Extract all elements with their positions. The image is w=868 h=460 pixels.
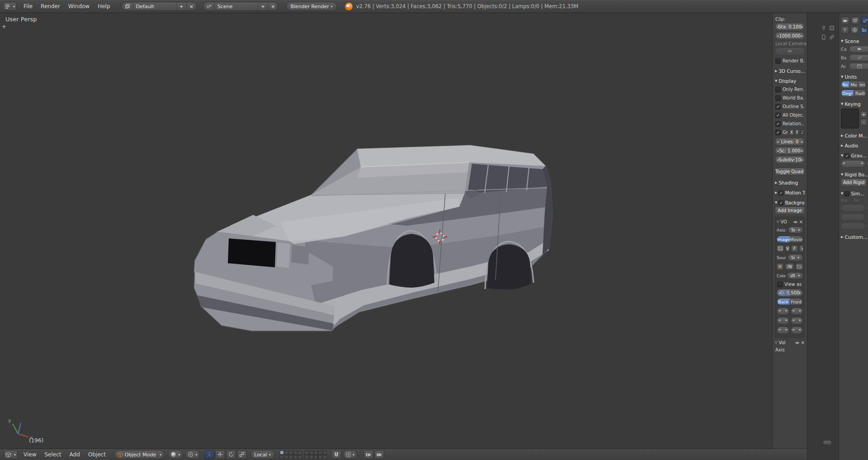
bg-image-2-remove-button[interactable]: ×: [801, 340, 805, 345]
unit-metric[interactable]: Me: [849, 81, 858, 88]
clip-end-field[interactable]: ◂1000.000▸: [775, 32, 805, 40]
unit-imperial[interactable]: Im: [858, 81, 866, 88]
transform-orientation-dropdown[interactable]: Local ▾: [250, 450, 274, 459]
layer-9[interactable]: [318, 451, 322, 455]
info-editor-type-button[interactable]: ▾: [3, 2, 17, 11]
simplify-particles-render[interactable]: [867, 213, 868, 221]
layer-10[interactable]: [323, 451, 327, 455]
rotation-degrees[interactable]: Degr: [841, 90, 854, 96]
properties-active-tab[interactable]: Sc: [860, 27, 868, 34]
active-clip-field[interactable]: [849, 63, 868, 70]
browse-scenes-icon[interactable]: [203, 2, 214, 10]
remove-keying-set-button[interactable]: -: [860, 119, 867, 126]
scene-name[interactable]: Scene: [214, 2, 258, 10]
screen-layout-name[interactable]: Default: [133, 2, 176, 10]
panel-background-images[interactable]: ▼✓Backgrou...: [775, 200, 805, 205]
bg-source-movie[interactable]: Movie: [790, 236, 803, 242]
mode-dropdown[interactable]: Object Mode ▾: [114, 450, 165, 459]
toggle-only-render[interactable]: Only Ren...: [775, 86, 804, 92]
opengl-render-anim-button[interactable]: [374, 450, 384, 459]
menu-window[interactable]: Window: [64, 0, 94, 12]
bg-depth-front[interactable]: Front: [790, 299, 803, 305]
layer-1[interactable]: [280, 451, 284, 455]
layer-18[interactable]: [314, 455, 318, 459]
grid-scale-field[interactable]: ◂Sc: 1.000▸: [775, 147, 805, 155]
panel-audio[interactable]: ▶Audio: [841, 143, 868, 148]
panel-display[interactable]: ▼Display: [775, 78, 805, 84]
bg-flip-x-field[interactable]: ◂▸: [777, 327, 789, 334]
panel-3d-cursor[interactable]: ▶3D Curso...: [775, 68, 805, 74]
add-keying-set-button[interactable]: +: [860, 111, 867, 118]
layer-6[interactable]: [305, 451, 309, 455]
pivot-point-dropdown[interactable]: ▾: [185, 450, 200, 459]
simplify-subdivision-render[interactable]: [867, 204, 868, 212]
strip-header-button[interactable]: [823, 440, 832, 445]
toggle-outline-selected[interactable]: ✓Outline S...: [775, 104, 804, 109]
menu-file[interactable]: File: [19, 0, 37, 12]
layer-7[interactable]: [309, 451, 313, 455]
clip-start-field[interactable]: ◂Sta: 0.100▸: [775, 23, 805, 31]
toggle-all-object-origins[interactable]: ✓All Objec...: [775, 112, 804, 118]
menu-object[interactable]: Object: [84, 449, 110, 460]
rotate-manipulator-button[interactable]: [226, 450, 236, 459]
strip-file-icon[interactable]: [820, 34, 827, 40]
viewport-shading-dropdown[interactable]: ▾: [168, 450, 183, 459]
grid-subdiv-field[interactable]: ◂Subdiv:10▸: [775, 156, 805, 164]
toggle-quad-view-button[interactable]: Toggle Quad ...: [775, 168, 805, 175]
bg-rotation-field[interactable]: ◂▸: [777, 317, 789, 324]
bg-image-remove-button[interactable]: ×: [799, 219, 803, 224]
pin-id-icon[interactable]: [841, 26, 849, 34]
render-layers-tab-icon[interactable]: [851, 17, 859, 24]
bg-flip-y-field[interactable]: ◂▸: [791, 327, 803, 334]
bg-source-image[interactable]: Image: [777, 236, 790, 242]
toggle-world-background[interactable]: World Ba...: [775, 95, 804, 101]
axis-y-toggle[interactable]: Y: [795, 129, 799, 135]
toolshelf-expand-button[interactable]: +: [1, 23, 7, 30]
image-name-field[interactable]: V: [785, 245, 790, 252]
add-image-button[interactable]: Add Image: [775, 207, 805, 214]
opengl-render-image-button[interactable]: [363, 450, 373, 459]
image-source-dropdown[interactable]: Si▾: [788, 254, 803, 261]
bg-image-header[interactable]: ▽ VO ×: [777, 219, 803, 224]
panel-gravity[interactable]: ▼✓Grav...: [841, 153, 868, 158]
image-preview-icon[interactable]: [777, 263, 783, 270]
bg-image-2-header[interactable]: ▽ Vol ×: [775, 340, 805, 345]
eye-icon[interactable]: [793, 220, 798, 224]
fake-user-button[interactable]: F: [791, 245, 798, 252]
scene-camera-field[interactable]: [849, 46, 868, 52]
layer-14[interactable]: [293, 455, 297, 459]
unit-none[interactable]: No: [841, 81, 849, 88]
layer-4[interactable]: [293, 451, 297, 455]
layer-11[interactable]: [280, 455, 284, 459]
panel-scene[interactable]: ▼Scene: [841, 38, 868, 44]
render-border-checkbox[interactable]: [775, 58, 781, 64]
translate-manipulator-button[interactable]: [215, 450, 225, 459]
open-folder-button[interactable]: [796, 263, 803, 270]
panel-simplify[interactable]: ▼Sim...: [841, 191, 868, 196]
menu-help[interactable]: Help: [94, 0, 114, 12]
browse-image-icon[interactable]: [777, 245, 784, 252]
toggle-relationship-lines[interactable]: ✓Relation...: [775, 121, 804, 127]
world-tab-icon[interactable]: [850, 26, 859, 34]
snap-toggle-button[interactable]: [331, 450, 341, 459]
grid-floor-checkbox[interactable]: ✓: [775, 130, 781, 135]
layer-5[interactable]: [298, 451, 302, 455]
manipulator-toggle-button[interactable]: [204, 450, 214, 459]
layer-13[interactable]: [289, 455, 293, 459]
view-as-render-toggle[interactable]: View as: [777, 281, 802, 287]
panel-shading[interactable]: ▶Shading: [775, 180, 805, 185]
background-set-field[interactable]: [849, 54, 868, 61]
layer-2[interactable]: [284, 451, 288, 455]
panel-motion-tracking[interactable]: ▶✓Motion Tr...: [775, 190, 805, 195]
view3d-editor-type-button[interactable]: ▾: [4, 450, 18, 459]
add-rigid-body-world-button[interactable]: Add Rigid: [841, 179, 867, 186]
delete-scene-button[interactable]: ×: [268, 2, 278, 10]
panel-color-management[interactable]: ▶Color M...: [841, 133, 868, 138]
layer-15[interactable]: [298, 455, 302, 459]
grid-lines-field[interactable]: ◂Lines: 0▸: [775, 138, 805, 146]
render-border-toggle[interactable]: Render B...: [775, 58, 804, 64]
menu-render[interactable]: Render: [37, 0, 64, 12]
delete-screen-button[interactable]: ×: [186, 2, 196, 10]
layer-8[interactable]: [314, 451, 318, 455]
menu-view[interactable]: View: [19, 449, 40, 460]
